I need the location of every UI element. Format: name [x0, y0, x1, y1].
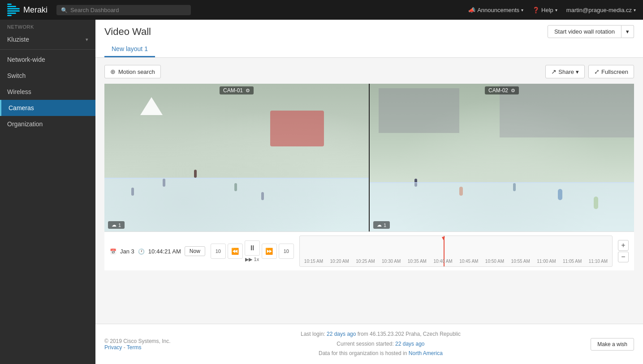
frame-fwd-button[interactable]	[262, 244, 277, 259]
pause-container: ▶▶ 1x	[245, 240, 260, 262]
region-link[interactable]: North America	[409, 350, 443, 356]
page-header: Video Wall Start video wall rotation ▾ N…	[95, 20, 643, 58]
timeline-zoom: + −	[618, 240, 629, 262]
zoom-in-button[interactable]: +	[618, 240, 629, 251]
calendar-icon	[110, 248, 117, 255]
speed-arrow: ▶▶	[245, 257, 254, 262]
sidebar-item-organization[interactable]: Organization	[0, 116, 95, 132]
video-wall: CAM-01 1	[104, 84, 634, 231]
navbar-right: 📣 Announcements ▾ ❓ Help ▾ martin@prague…	[468, 7, 636, 13]
tab-new-layout-1[interactable]: New layout 1	[104, 42, 155, 57]
cisco-logo	[7, 4, 20, 16]
now-button[interactable]: Now	[185, 246, 205, 256]
fullscreen-icon	[594, 68, 600, 75]
frame-fwd-icon	[265, 248, 273, 255]
playback-bar: Jan 3 10:44:21 AM Now 10	[104, 231, 634, 270]
search-input[interactable]	[70, 7, 160, 13]
sidebar-item-network-wide[interactable]: Network-wide	[0, 51, 95, 68]
playback-time: 10:44:21 AM	[148, 248, 181, 255]
tent-shape	[140, 97, 163, 115]
nav-divider	[0, 49, 95, 50]
main-content: Video Wall Start video wall rotation ▾ N…	[95, 20, 643, 364]
content-area: Motion search Share ▾ Fullscreen	[95, 58, 643, 324]
frame-back-button[interactable]	[228, 244, 243, 259]
zoom-out-button[interactable]: −	[618, 252, 629, 262]
terms-link[interactable]: Terms	[127, 344, 142, 351]
timeline-label: 10:25 AM	[356, 259, 375, 264]
caret-icon: ▾	[634, 8, 636, 13]
banner-shape	[270, 111, 324, 146]
timeline-label: 10:50 AM	[485, 259, 504, 264]
cam01-label: CAM-01	[220, 86, 254, 94]
person-shape	[194, 170, 197, 178]
cam01-settings-icon[interactable]	[246, 87, 250, 94]
user-menu[interactable]: martin@prague-media.cz ▾	[566, 7, 636, 13]
pause-button[interactable]	[245, 240, 260, 256]
footer-left: © 2019 Cisco Systems, Inc. Privacy - Ter…	[104, 338, 171, 351]
cam02-label: CAM-02	[485, 86, 519, 94]
cloud-icon	[112, 222, 117, 228]
caret-icon: ▾	[576, 69, 579, 75]
search-bar[interactable]	[56, 5, 191, 15]
timeline-labels: 10:15 AM 10:20 AM 10:25 AM 10:30 AM 10:3…	[300, 259, 612, 264]
skip-fwd-button[interactable]: 10	[279, 244, 294, 259]
share-button[interactable]: Share ▾	[545, 65, 585, 78]
skip-fwd-container: 10	[279, 244, 294, 259]
sidebar-network-name[interactable]: Kluziste ▾	[0, 31, 95, 47]
video-cell-cam02[interactable]: CAM-02 1	[370, 84, 634, 231]
speed-label: ▶▶ 1x	[245, 257, 259, 262]
privacy-link[interactable]: Privacy	[104, 344, 122, 351]
sidebar-item-switch[interactable]: Switch	[0, 68, 95, 84]
megaphone-icon: 📣	[468, 7, 475, 13]
share-icon	[551, 68, 557, 75]
cam02-settings-icon[interactable]	[511, 87, 515, 94]
timeline-label: 11:05 AM	[563, 259, 582, 264]
footer-grid: © 2019 Cisco Systems, Inc. Privacy - Ter…	[104, 330, 634, 359]
page-title: Video Wall	[104, 26, 151, 38]
cam01-feed	[104, 84, 369, 231]
brand-name: Meraki	[23, 5, 47, 15]
video-cell-cam01[interactable]: CAM-01 1	[104, 84, 369, 231]
pause-icon	[249, 244, 256, 252]
timeline-label: 10:45 AM	[459, 259, 478, 264]
brand: Meraki	[7, 4, 47, 16]
last-login-link[interactable]: 22 days ago	[327, 331, 356, 337]
announcements-link[interactable]: 📣 Announcements ▾	[468, 7, 523, 13]
search-icon	[61, 7, 68, 13]
timeline-label: 10:55 AM	[511, 259, 530, 264]
clock-icon	[138, 248, 145, 255]
footer-right: Make a wish	[591, 338, 634, 351]
sidebar: NETWORK Kluziste ▾ Network-wide Switch W…	[0, 20, 95, 364]
fullscreen-button[interactable]: Fullscreen	[588, 65, 634, 78]
timeline-label: 10:20 AM	[330, 259, 349, 264]
page-header-top: Video Wall Start video wall rotation ▾	[104, 25, 634, 38]
timeline[interactable]: 10:15 AM 10:20 AM 10:25 AM 10:30 AM 10:3…	[299, 236, 613, 267]
skip-back-button[interactable]: 10	[211, 244, 226, 259]
help-icon: ❓	[532, 7, 539, 13]
playback-controls: 10 ▶▶ 1x	[211, 240, 294, 262]
start-rotation-button-group: Start video wall rotation ▾	[548, 25, 634, 38]
cam02-info-badge: 1	[373, 221, 390, 229]
navbar: Meraki 📣 Announcements ▾ ❓ Help ▾ martin…	[0, 0, 643, 20]
toolbar: Motion search Share ▾ Fullscreen	[104, 65, 634, 78]
frame-back-icon	[231, 248, 239, 255]
start-rotation-button[interactable]: Start video wall rotation	[548, 25, 621, 38]
tabs: New layout 1	[104, 42, 634, 57]
sidebar-item-cameras[interactable]: Cameras	[0, 100, 95, 116]
layout: NETWORK Kluziste ▾ Network-wide Switch W…	[0, 20, 643, 364]
help-link[interactable]: ❓ Help ▾	[532, 7, 557, 13]
timeline-label: 11:10 AM	[589, 259, 608, 264]
building-shape	[379, 88, 459, 133]
building-shape	[500, 84, 634, 137]
session-link[interactable]: 22 days ago	[395, 341, 424, 347]
make-wish-button[interactable]: Make a wish	[591, 338, 634, 351]
motion-search-button[interactable]: Motion search	[104, 65, 161, 78]
timeline-label: 10:30 AM	[382, 259, 401, 264]
datetime-display: Jan 3 10:44:21 AM Now	[110, 246, 205, 256]
skip-back-container: 10	[211, 244, 226, 259]
ice-surface	[104, 178, 369, 231]
timeline-label: 10:15 AM	[304, 259, 323, 264]
start-rotation-dropdown[interactable]: ▾	[621, 25, 634, 38]
sidebar-item-wireless[interactable]: Wireless	[0, 84, 95, 100]
chevron-down-icon: ▾	[86, 37, 88, 43]
